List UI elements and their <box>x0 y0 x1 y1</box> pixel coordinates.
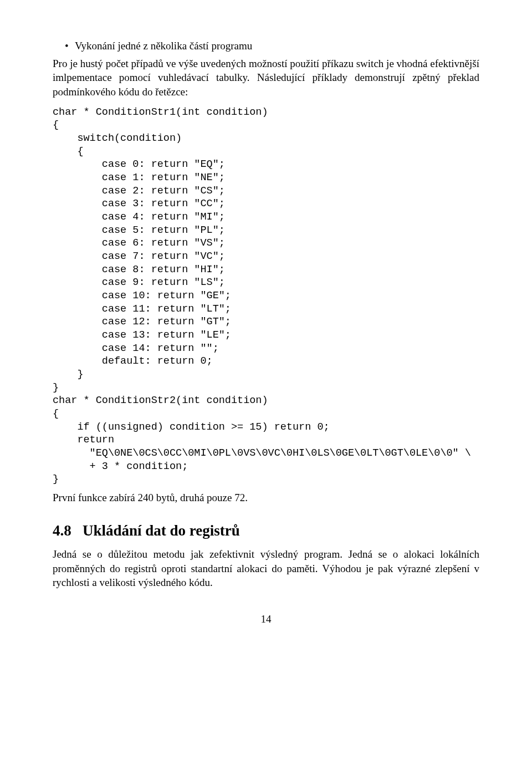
paragraph-section: Jedná se o důležitou metodu jak zefektiv… <box>53 547 479 590</box>
section-heading: 4.8 Ukládání dat do registrů <box>53 521 479 541</box>
paragraph-intro: Pro je hustý počet případů ve výše uvede… <box>53 57 479 99</box>
bullet-item: Vykonání jedné z několika částí programu <box>75 39 479 53</box>
heading-number: 4.8 <box>53 522 71 539</box>
page-number: 14 <box>53 612 479 626</box>
paragraph-result: První funkce zabírá 240 bytů, druhá pouz… <box>53 491 479 505</box>
code-block: char * ConditionStr1(int condition) { sw… <box>53 106 479 486</box>
bullet-list: Vykonání jedné z několika částí programu <box>53 39 479 53</box>
heading-title: Ukládání dat do registrů <box>83 522 240 539</box>
